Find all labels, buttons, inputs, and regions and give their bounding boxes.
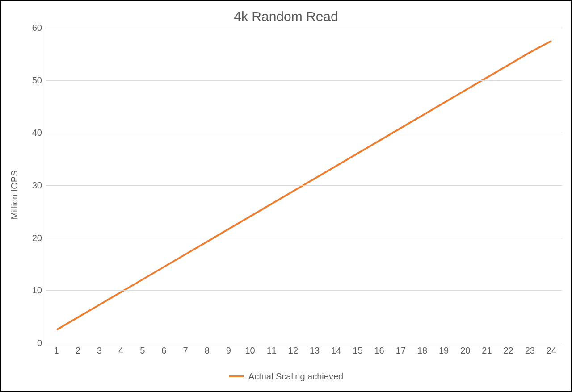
- y-axis-label-wrap: Million IOPS: [5, 28, 23, 362]
- x-tick-label: 7: [183, 346, 188, 356]
- x-tick-label: 21: [482, 346, 492, 356]
- x-tick-row: 123456789101112131415161718192021222324: [23, 343, 562, 362]
- chart-frame: 4k Random Read Million IOPS 010203040506…: [0, 0, 572, 392]
- x-tick-label: 3: [97, 346, 102, 356]
- y-tick-label: 0: [37, 338, 42, 348]
- legend: Actual Scaling achieved: [1, 362, 571, 391]
- x-tick-label: 13: [310, 346, 320, 356]
- x-tick-label: 22: [503, 346, 513, 356]
- gridline: [46, 185, 562, 186]
- x-tick-label: 8: [205, 346, 210, 356]
- x-tick-spacer: [23, 343, 46, 362]
- x-tick-label: 24: [547, 346, 556, 356]
- gridline: [46, 28, 562, 28]
- gridline: [46, 238, 562, 238]
- y-axis-label: Million IOPS: [9, 170, 20, 219]
- gridline: [46, 290, 562, 291]
- x-tick-label: 17: [396, 346, 406, 356]
- x-tick-label: 2: [76, 346, 80, 356]
- x-tick-label: 18: [417, 346, 427, 356]
- x-tick-label: 15: [353, 346, 362, 356]
- x-tick-label: 10: [245, 346, 255, 356]
- x-tick-label: 1: [54, 346, 59, 356]
- y-tick-label: 60: [32, 23, 42, 33]
- legend-swatch: [229, 375, 244, 377]
- x-tick-label: 4: [118, 346, 123, 356]
- y-tick-label: 30: [32, 180, 42, 191]
- y-tick-label: 40: [32, 128, 42, 138]
- x-tick-label: 20: [460, 346, 470, 356]
- gridline: [46, 133, 562, 133]
- x-tick-label: 19: [439, 346, 449, 356]
- y-tick-label: 10: [32, 285, 42, 296]
- chart-title: 4k Random Read: [1, 1, 571, 28]
- x-tick-labels: 123456789101112131415161718192021222324: [46, 343, 562, 362]
- plot-with-axes: 0102030405060 12345678910111213141516171…: [23, 28, 562, 362]
- x-tick-label: 16: [374, 346, 384, 356]
- x-tick-label: 11: [267, 346, 277, 356]
- x-tick-label: 5: [140, 346, 145, 356]
- x-tick-label: 14: [331, 346, 341, 356]
- x-tick-label: 9: [226, 346, 231, 356]
- y-tick-label: 20: [32, 233, 42, 243]
- legend-label: Actual Scaling achieved: [248, 371, 343, 382]
- x-tick-label: 23: [525, 346, 535, 356]
- gridline: [46, 80, 562, 81]
- x-tick-label: 6: [161, 346, 166, 356]
- chart-body: Million IOPS 0102030405060 1234567891011…: [1, 28, 571, 362]
- plot-area: [46, 28, 562, 343]
- x-tick-label: 12: [288, 346, 298, 356]
- plot-row: 0102030405060: [23, 28, 562, 343]
- y-tick-label: 50: [32, 75, 42, 85]
- y-tick-labels: 0102030405060: [23, 28, 46, 343]
